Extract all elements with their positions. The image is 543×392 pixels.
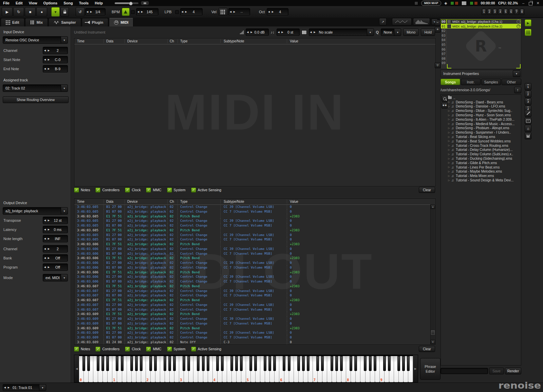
menu-file[interactable]: File — [0, 0, 13, 6]
filter-checkbox-notes[interactable]: ✓Notes — [74, 188, 90, 193]
instrument-checkbox[interactable] — [447, 20, 451, 23]
expand-triangle-icon[interactable]: ▷ — [448, 105, 451, 108]
black-key[interactable] — [130, 356, 133, 371]
instrument-slot-02[interactable]: 02 — [441, 28, 521, 33]
expand-triangle-icon[interactable]: ▷ — [448, 161, 451, 164]
decrement-arrow-icon[interactable]: ◀ — [43, 237, 47, 240]
black-key[interactable] — [297, 356, 300, 371]
black-key[interactable] — [350, 356, 352, 371]
menu-options[interactable]: Options — [40, 0, 61, 6]
black-key[interactable] — [121, 356, 124, 371]
file-item[interactable]: ▷♫DemoSong - Danoise - LFO.xrns — [448, 104, 520, 109]
browser-tab-other[interactable]: Other — [502, 79, 521, 85]
assigned-track-select[interactable]: 02: Track 02 ▼ — [3, 84, 68, 92]
decrement-arrow-icon[interactable]: ◀ — [43, 257, 47, 259]
gui-scale-slider[interactable] — [115, 2, 138, 4]
instrument-checkbox[interactable] — [447, 24, 451, 28]
file-item[interactable]: ▷♫Tutorial - Beat Synced Wobbles.xrns — [448, 139, 520, 143]
black-key[interactable] — [202, 356, 205, 371]
black-key[interactable] — [135, 356, 138, 371]
instrument-slot-04[interactable]: 04 — [441, 38, 521, 42]
instrument-properties-bar[interactable]: Instrument Properties ▼ — [441, 70, 521, 77]
edit-step-follow-button[interactable]: ▼ — [51, 7, 60, 17]
track-selector[interactable]: ◀ ▶ 01: Track 01 ▼ — [3, 384, 46, 391]
velocity-stepper[interactable]: ◀▶ -- — [228, 8, 250, 16]
black-key[interactable] — [116, 356, 118, 371]
expand-triangle-icon[interactable]: ▷ — [448, 118, 451, 121]
decrement-arrow-icon[interactable]: ◀ — [43, 266, 47, 269]
increment-arrow-icon[interactable]: ▶ — [47, 237, 51, 240]
increment-arrow-icon[interactable]: ▶ — [184, 11, 188, 13]
browser-grid-button[interactable] — [525, 29, 531, 36]
menu-tools[interactable]: Tools — [76, 0, 92, 6]
expand-triangle-icon[interactable]: ▷ — [448, 110, 451, 112]
decrement-arrow-icon[interactable]: ◀ — [181, 11, 184, 13]
keyboard-scroll-right-button[interactable]: ▶ — [413, 355, 418, 382]
filter-checkbox-notes[interactable]: ✓Notes — [74, 347, 90, 352]
bpm-stepper[interactable]: ◀▶ 145 — [136, 8, 158, 16]
file-item[interactable]: ▷♫DemoSong - It-Alien - ThePath 2.009... — [448, 117, 520, 122]
menu-help[interactable]: Help — [92, 0, 106, 6]
increment-arrow-icon[interactable]: ▶ — [47, 257, 51, 259]
black-key[interactable] — [235, 356, 238, 371]
black-key[interactable] — [183, 356, 185, 371]
transpose-stepper[interactable]: ◀▶12 st — [43, 217, 68, 224]
black-key[interactable] — [87, 356, 90, 371]
chevron-down-icon[interactable]: ▼ — [394, 29, 401, 36]
black-key[interactable] — [302, 356, 305, 371]
record-button[interactable]: ● — [36, 7, 47, 17]
instrument-transpose-stepper[interactable]: ◀▶ 0 st — [277, 28, 300, 36]
lpb-stepper[interactable]: ◀▶ 4 — [180, 8, 203, 16]
show-routing-overview-button[interactable]: Show Routing Overview — [3, 96, 69, 103]
collapse-instrument-list-button[interactable]: − — [435, 20, 441, 26]
scroll-down-button[interactable]: ▼ — [431, 340, 435, 344]
stop-button[interactable]: ■ — [25, 7, 36, 17]
decrement-arrow-icon[interactable]: ◀ — [43, 58, 47, 61]
file-item[interactable]: ▷♫DemoSong - Hunz - Soon Soon.xrns — [448, 113, 520, 117]
filter-button[interactable]: ∗∗ — [442, 102, 448, 109]
end-note-stepper[interactable]: ◀▶B-9 — [43, 65, 68, 73]
restore-button[interactable] — [529, 2, 532, 5]
scroll-up-button[interactable]: ▲ — [431, 204, 435, 209]
close-button[interactable]: ✕ — [536, 1, 540, 5]
gui-preset-button-3[interactable]: 3 — [492, 9, 497, 15]
parent-folder-row[interactable]: .. — [448, 96, 520, 100]
decrement-arrow-icon[interactable]: ◀ — [277, 31, 281, 34]
menu-edit[interactable]: Edit — [13, 0, 26, 6]
expand-triangle-icon[interactable]: ▷ — [448, 175, 451, 177]
bpm-automation-checkbox[interactable] — [131, 10, 135, 14]
increment-arrow-icon[interactable]: ▶ — [140, 11, 144, 13]
black-key[interactable] — [230, 356, 233, 371]
filter-checkbox-controllers[interactable]: ✓Controllers — [95, 188, 119, 193]
checkbox-checked-icon[interactable]: ✓ — [95, 188, 100, 193]
black-key[interactable] — [354, 356, 357, 371]
black-key[interactable] — [140, 356, 143, 371]
black-key[interactable] — [288, 356, 291, 371]
chevron-down-icon[interactable]: ▼ — [61, 37, 68, 43]
black-key[interactable] — [154, 356, 157, 371]
black-key[interactable] — [221, 356, 224, 371]
decrement-arrow-icon[interactable]: ◀ — [43, 228, 47, 231]
black-key[interactable] — [82, 356, 85, 371]
gui-preset-button-5[interactable]: 5 — [503, 9, 508, 15]
gui-preset-button-6[interactable]: 6 — [509, 9, 513, 15]
checkbox-checked-icon[interactable]: ✓ — [125, 347, 130, 352]
search-button[interactable] — [442, 96, 448, 102]
play-file-button[interactable]: ▶ — [525, 19, 531, 26]
filter-checkbox-system[interactable]: ✓System — [167, 188, 186, 193]
detach-scopes-button[interactable]: ↗ — [379, 18, 387, 25]
black-key[interactable] — [207, 356, 209, 371]
browser-tab-instr[interactable]: Instr. — [461, 79, 481, 85]
file-item[interactable]: ▷♫Tutorial - Maybe Melodies.xrns — [448, 170, 520, 174]
instrument-slot-09[interactable]: 09 — [441, 61, 521, 65]
velocity-keyboard-button[interactable] — [219, 8, 227, 16]
black-key[interactable] — [397, 356, 400, 371]
keyjazz-button[interactable]: ›|‹ — [435, 62, 441, 68]
black-key[interactable] — [240, 356, 243, 371]
instrument-slot-07[interactable]: 07 — [441, 52, 521, 56]
filter-checkbox-controllers[interactable]: ✓Controllers — [95, 347, 119, 352]
increment-arrow-icon[interactable]: ▶ — [47, 67, 51, 70]
instrument-slot-00[interactable]: 00MIDI: a2j_bridge: playback (Cha 1) — [441, 19, 521, 24]
pattern-lock-button[interactable] — [60, 7, 69, 17]
clear-midi-out-button[interactable]: Clear — [419, 346, 435, 352]
